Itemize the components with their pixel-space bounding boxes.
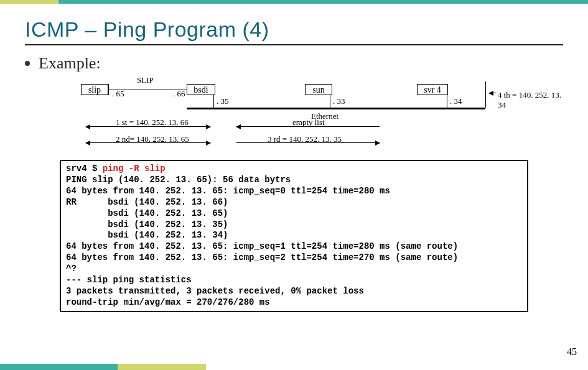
drop-sun [330,95,330,108]
ethernet-bus [187,108,485,109]
ethernet-right-tick [485,81,486,108]
terminal-line: 3 packets transmitted, 3 packets receive… [66,286,364,296]
drop-bsdi [213,95,214,108]
route-empty: empty list [292,118,325,127]
network-diagram: slip bsdi sun svr 4 SLIP . 65 . 66 . 35 … [62,75,563,156]
route-third: 3 rd = 140. 252. 13. 35 [268,134,342,144]
terminal-line: bsdi (140. 252. 13. 65) [66,208,228,218]
bullet-example: Example: [25,54,563,73]
ip-bsdi-right: . 35 [217,96,229,106]
terminal-line: --- slip ping statistics [66,275,192,285]
node-svr4: svr 4 [417,84,448,95]
bottom-accent-bar [0,364,588,370]
node-bsdi: bsdi [187,84,215,95]
slip-link-label: SLIP [137,75,154,85]
ip-slip-side: . 65 [112,89,124,99]
terminal-output: srv4 $ ping -R slip PING slip (140. 252.… [60,160,528,312]
ip-sun-right: . 33 [333,96,345,106]
ip-svr4-right: . 34 [450,96,462,106]
terminal-line: bsdi (140. 252. 13. 35) [66,220,228,229]
terminal-command: ping -R slip [103,164,166,173]
drop-svr4 [447,95,447,108]
ip-bsdi-left: . 66 [173,89,185,99]
title-underline [25,44,563,45]
terminal-prompt: srv4 $ [66,164,103,173]
terminal-line: 64 bytes from 140. 252. 13. 65: icmp_seq… [66,241,458,251]
bullet-text: Example: [39,54,101,73]
terminal-line: PING slip (140. 252. 13. 65): 56 data by… [66,175,291,185]
slip-right-vline [187,84,187,95]
page-number: 45 [567,346,577,358]
node-sun: sun [305,84,332,95]
route-second: 2 nd= 140. 252. 13. 65 [116,134,189,144]
node-slip: slip [81,84,108,95]
route-fourth: 4 th = 140. 252. 13. 34 [498,90,563,110]
terminal-line: ^? [66,264,77,274]
terminal-line: round-trip min/avg/max = 270/276/280 ms [66,297,270,307]
terminal-line: RR bsdi (140. 252. 13. 66) [66,197,228,207]
arrow-fourth [489,93,497,93]
slide-content: ICMP – Ping Program (4) Example: slip bs… [0,0,588,312]
terminal-line: bsdi (140. 252. 13. 34) [66,230,228,240]
page-title: ICMP – Ping Program (4) [25,17,563,42]
bullet-dot-icon [25,61,30,66]
route-first: 1 st = 140. 252. 13. 66 [116,118,189,127]
terminal-line: 64 bytes from 140. 252. 13. 65: icmp_seq… [66,186,390,196]
terminal-line: 64 bytes from 140. 252. 13. 65: icmp_seq… [66,252,458,262]
top-accent-bar [0,0,588,4]
